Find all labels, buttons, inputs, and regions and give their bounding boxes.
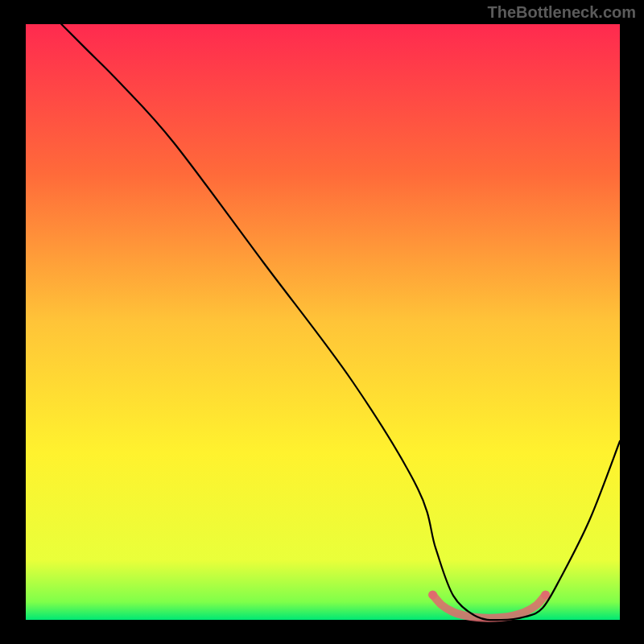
chart-frame: { "watermark": "TheBottleneck.com", "cha… [0,0,644,644]
gradient-background [26,24,620,620]
watermark-text: TheBottleneck.com [488,3,636,22]
svg-point-0 [428,590,437,599]
chart-svg [0,0,644,644]
